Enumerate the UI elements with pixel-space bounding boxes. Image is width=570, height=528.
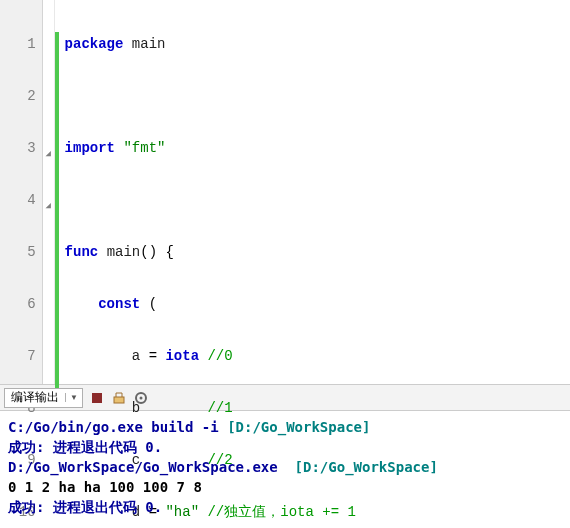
svg-point-3 [139, 396, 142, 399]
code-line: func main() { [65, 242, 570, 262]
line-number: 2 [2, 86, 36, 106]
fold-toggle-icon[interactable]: ◢ [43, 196, 54, 216]
code-line: const ( [65, 294, 570, 314]
code-area[interactable]: package main import "fmt" func main() { … [59, 0, 570, 384]
line-number: 6 [2, 294, 36, 314]
line-number: 7 [2, 346, 36, 366]
line-number: 5 [2, 242, 36, 262]
output-tab-label: 编译输出 [5, 389, 65, 406]
code-editor[interactable]: 1 2 3 4 5 6 7 8 9 10 11 12 13 14 15 16 1… [0, 0, 570, 385]
settings-button[interactable] [133, 390, 149, 406]
svg-rect-0 [92, 393, 102, 403]
code-line: a = iota //0 [65, 346, 570, 366]
code-line: import "fmt" [65, 138, 570, 158]
chevron-down-icon: ▼ [65, 393, 82, 402]
output-tab-selector[interactable]: 编译输出 ▼ [4, 388, 83, 408]
fold-gutter: ◢ ◢ [43, 0, 55, 384]
line-number: 4 [2, 190, 36, 210]
line-number: 3 [2, 138, 36, 158]
svg-rect-1 [114, 397, 124, 403]
code-line: package main [65, 34, 570, 54]
stop-button[interactable] [89, 390, 105, 406]
line-number-gutter: 1 2 3 4 5 6 7 8 9 10 11 12 13 14 15 16 1… [0, 0, 43, 384]
line-number: 1 [2, 34, 36, 54]
code-line [65, 86, 570, 106]
code-line [65, 190, 570, 210]
clear-button[interactable] [111, 390, 127, 406]
fold-toggle-icon[interactable]: ◢ [43, 144, 54, 164]
